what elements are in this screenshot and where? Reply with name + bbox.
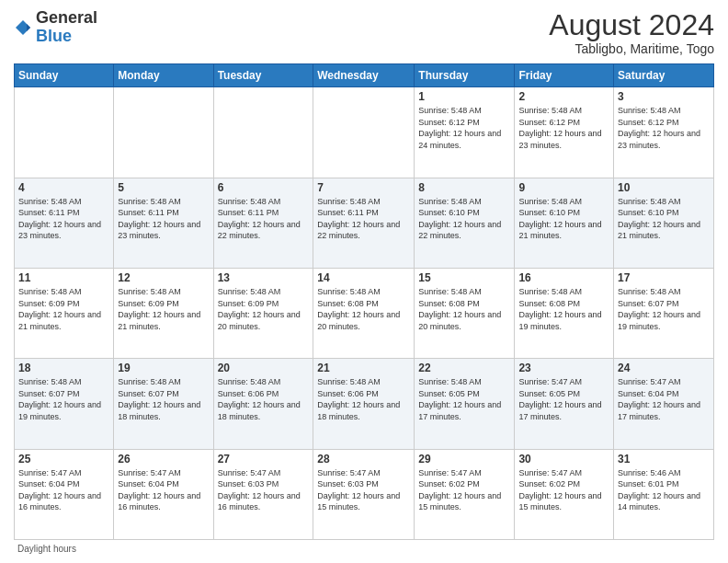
day-number: 20 xyxy=(218,362,310,374)
week-row-3: 18Sunrise: 5:48 AM Sunset: 6:07 PM Dayli… xyxy=(15,359,714,449)
day-info: Sunrise: 5:48 AM Sunset: 6:05 PM Dayligh… xyxy=(418,376,510,422)
day-cell: 20Sunrise: 5:48 AM Sunset: 6:06 PM Dayli… xyxy=(213,359,313,449)
day-info: Sunrise: 5:48 AM Sunset: 6:07 PM Dayligh… xyxy=(18,376,109,422)
header-cell-sunday: Sunday xyxy=(15,64,114,87)
header-cell-wednesday: Wednesday xyxy=(313,64,415,87)
day-cell: 26Sunrise: 5:47 AM Sunset: 6:04 PM Dayli… xyxy=(114,449,213,539)
week-row-0: 1Sunrise: 5:48 AM Sunset: 6:12 PM Daylig… xyxy=(15,87,714,178)
day-cell: 24Sunrise: 5:47 AM Sunset: 6:04 PM Dayli… xyxy=(614,359,714,449)
day-number: 12 xyxy=(118,271,209,284)
day-info: Sunrise: 5:48 AM Sunset: 6:06 PM Dayligh… xyxy=(218,376,310,422)
day-cell: 18Sunrise: 5:48 AM Sunset: 6:07 PM Dayli… xyxy=(15,359,114,449)
logo-text: General Blue xyxy=(36,9,97,46)
day-info: Sunrise: 5:47 AM Sunset: 6:03 PM Dayligh… xyxy=(218,467,310,513)
day-number: 19 xyxy=(118,362,209,374)
day-info: Sunrise: 5:47 AM Sunset: 6:04 PM Dayligh… xyxy=(618,376,710,422)
day-info: Sunrise: 5:48 AM Sunset: 6:10 PM Dayligh… xyxy=(418,196,510,242)
day-info: Sunrise: 5:47 AM Sunset: 6:02 PM Dayligh… xyxy=(518,467,609,513)
calendar-table: SundayMondayTuesdayWednesdayThursdayFrid… xyxy=(14,63,714,540)
day-cell: 28Sunrise: 5:47 AM Sunset: 6:03 PM Dayli… xyxy=(313,449,415,539)
day-number: 24 xyxy=(618,362,710,374)
day-number: 11 xyxy=(18,271,109,284)
day-cell: 4Sunrise: 5:48 AM Sunset: 6:11 PM Daylig… xyxy=(15,178,114,268)
day-cell: 9Sunrise: 5:48 AM Sunset: 6:10 PM Daylig… xyxy=(515,178,614,268)
week-row-4: 25Sunrise: 5:47 AM Sunset: 6:04 PM Dayli… xyxy=(15,449,714,539)
day-number: 23 xyxy=(518,362,609,374)
day-cell: 31Sunrise: 5:46 AM Sunset: 6:01 PM Dayli… xyxy=(614,449,714,539)
day-cell: 30Sunrise: 5:47 AM Sunset: 6:02 PM Dayli… xyxy=(515,449,614,539)
day-number: 6 xyxy=(218,181,310,194)
day-cell: 15Sunrise: 5:48 AM Sunset: 6:08 PM Dayli… xyxy=(415,268,515,358)
day-info: Sunrise: 5:48 AM Sunset: 6:07 PM Dayligh… xyxy=(618,286,710,332)
week-row-1: 4Sunrise: 5:48 AM Sunset: 6:11 PM Daylig… xyxy=(15,178,714,268)
day-info: Sunrise: 5:48 AM Sunset: 6:11 PM Dayligh… xyxy=(18,196,109,242)
day-number: 16 xyxy=(518,271,609,284)
logo-blue: Blue xyxy=(36,28,97,46)
day-number: 26 xyxy=(118,453,209,465)
day-cell: 8Sunrise: 5:48 AM Sunset: 6:10 PM Daylig… xyxy=(415,178,515,268)
day-info: Sunrise: 5:48 AM Sunset: 6:07 PM Dayligh… xyxy=(118,376,209,422)
day-info: Sunrise: 5:48 AM Sunset: 6:09 PM Dayligh… xyxy=(118,286,209,332)
day-number: 21 xyxy=(317,362,410,374)
day-cell: 6Sunrise: 5:48 AM Sunset: 6:11 PM Daylig… xyxy=(213,178,313,268)
day-info: Sunrise: 5:48 AM Sunset: 6:11 PM Dayligh… xyxy=(218,196,310,242)
day-number: 5 xyxy=(118,181,209,194)
header-cell-tuesday: Tuesday xyxy=(213,64,313,87)
day-number: 29 xyxy=(418,453,510,465)
day-number: 13 xyxy=(218,271,310,284)
day-cell: 1Sunrise: 5:48 AM Sunset: 6:12 PM Daylig… xyxy=(415,87,515,178)
day-info: Sunrise: 5:48 AM Sunset: 6:11 PM Dayligh… xyxy=(317,196,410,242)
footer-text: Daylight hours xyxy=(17,544,76,554)
day-cell xyxy=(313,87,415,178)
header-cell-thursday: Thursday xyxy=(415,64,515,87)
day-cell: 22Sunrise: 5:48 AM Sunset: 6:05 PM Dayli… xyxy=(415,359,515,449)
logo-icon xyxy=(14,18,32,37)
header-cell-saturday: Saturday xyxy=(614,64,714,87)
main-title: August 2024 xyxy=(549,9,714,41)
day-info: Sunrise: 5:48 AM Sunset: 6:08 PM Dayligh… xyxy=(518,286,609,332)
day-info: Sunrise: 5:47 AM Sunset: 6:05 PM Dayligh… xyxy=(518,376,609,422)
day-cell xyxy=(15,87,114,178)
logo: General Blue xyxy=(14,9,97,46)
day-info: Sunrise: 5:48 AM Sunset: 6:08 PM Dayligh… xyxy=(317,286,410,332)
day-number: 28 xyxy=(317,453,410,465)
day-info: Sunrise: 5:47 AM Sunset: 6:02 PM Dayligh… xyxy=(418,467,510,513)
day-cell: 17Sunrise: 5:48 AM Sunset: 6:07 PM Dayli… xyxy=(614,268,714,358)
day-info: Sunrise: 5:48 AM Sunset: 6:12 PM Dayligh… xyxy=(518,105,609,151)
day-info: Sunrise: 5:47 AM Sunset: 6:04 PM Dayligh… xyxy=(118,467,209,513)
page: General Blue August 2024 Tabligbo, Marit… xyxy=(0,0,728,563)
day-number: 4 xyxy=(18,181,109,194)
day-info: Sunrise: 5:48 AM Sunset: 6:12 PM Dayligh… xyxy=(418,105,510,151)
day-number: 22 xyxy=(418,362,510,374)
day-number: 8 xyxy=(418,181,510,194)
day-info: Sunrise: 5:48 AM Sunset: 6:12 PM Dayligh… xyxy=(618,105,710,151)
day-number: 27 xyxy=(218,453,310,465)
day-info: Sunrise: 5:48 AM Sunset: 6:11 PM Dayligh… xyxy=(118,196,209,242)
day-number: 2 xyxy=(518,90,609,103)
day-cell: 3Sunrise: 5:48 AM Sunset: 6:12 PM Daylig… xyxy=(614,87,714,178)
day-number: 9 xyxy=(518,181,609,194)
day-info: Sunrise: 5:47 AM Sunset: 6:04 PM Dayligh… xyxy=(18,467,109,513)
footer: Daylight hours xyxy=(14,544,714,554)
day-cell: 25Sunrise: 5:47 AM Sunset: 6:04 PM Dayli… xyxy=(15,449,114,539)
svg-marker-1 xyxy=(27,24,30,31)
week-row-2: 11Sunrise: 5:48 AM Sunset: 6:09 PM Dayli… xyxy=(15,268,714,358)
logo-general: General xyxy=(36,9,97,28)
title-block: August 2024 Tabligbo, Maritime, Togo xyxy=(549,9,714,56)
day-cell: 16Sunrise: 5:48 AM Sunset: 6:08 PM Dayli… xyxy=(515,268,614,358)
header-cell-monday: Monday xyxy=(114,64,213,87)
day-cell: 13Sunrise: 5:48 AM Sunset: 6:09 PM Dayli… xyxy=(213,268,313,358)
day-number: 3 xyxy=(618,90,710,103)
day-cell: 29Sunrise: 5:47 AM Sunset: 6:02 PM Dayli… xyxy=(415,449,515,539)
day-cell: 7Sunrise: 5:48 AM Sunset: 6:11 PM Daylig… xyxy=(313,178,415,268)
day-number: 15 xyxy=(418,271,510,284)
day-info: Sunrise: 5:48 AM Sunset: 6:09 PM Dayligh… xyxy=(218,286,310,332)
day-cell: 11Sunrise: 5:48 AM Sunset: 6:09 PM Dayli… xyxy=(15,268,114,358)
day-number: 31 xyxy=(618,453,710,465)
day-info: Sunrise: 5:48 AM Sunset: 6:10 PM Dayligh… xyxy=(518,196,609,242)
day-info: Sunrise: 5:48 AM Sunset: 6:10 PM Dayligh… xyxy=(618,196,710,242)
day-number: 14 xyxy=(317,271,410,284)
day-cell xyxy=(114,87,213,178)
day-info: Sunrise: 5:48 AM Sunset: 6:06 PM Dayligh… xyxy=(317,376,410,422)
day-cell: 23Sunrise: 5:47 AM Sunset: 6:05 PM Dayli… xyxy=(515,359,614,449)
